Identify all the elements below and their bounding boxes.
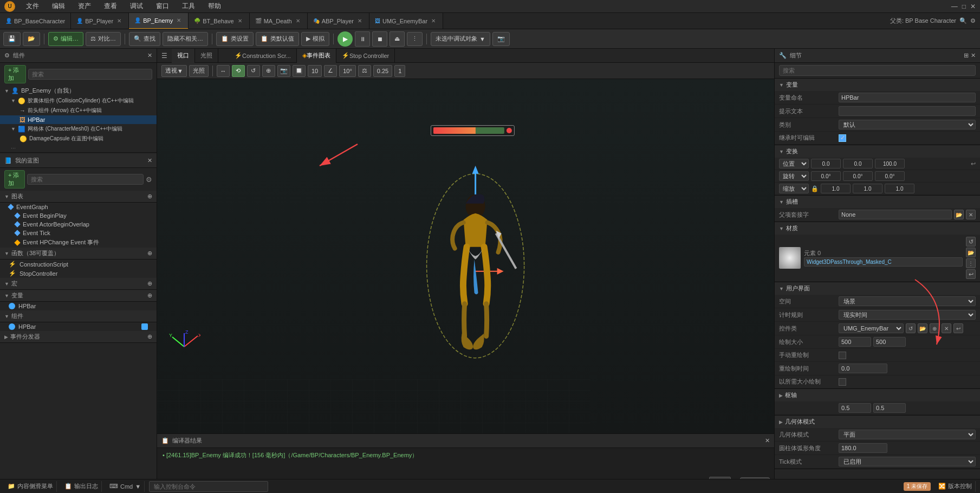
vp-subtab-event-graph[interactable]: ◈ 事件图表 (297, 49, 336, 63)
tab-ma-death[interactable]: 🎬 MA_Death ✕ (250, 13, 308, 29)
details-search-input[interactable] (779, 65, 976, 76)
comp-arrow[interactable]: → 前头组件 (Arrow) 在C++中编辑 (0, 106, 157, 115)
redraw-time-input[interactable] (839, 364, 887, 373)
event-tick[interactable]: Event Tick (0, 229, 157, 237)
blueprint-settings-icon[interactable]: ⚙ (146, 176, 152, 184)
graphs-section[interactable]: ▼ 图表 ⊕ (0, 191, 157, 203)
snap-icon[interactable]: 🔲 (293, 65, 306, 77)
details-grid-icon[interactable]: ⊞ (964, 52, 969, 59)
tab-bt-behave[interactable]: 🌳 BT_Behave ✕ (189, 13, 249, 29)
draw-size-h[interactable] (873, 337, 906, 347)
tab-abp-player[interactable]: 🎭 ABP_Player ✕ (308, 13, 369, 29)
scale-y[interactable] (853, 184, 882, 193)
panel-close-icon[interactable]: ✕ (147, 52, 152, 59)
event-actor-overlap[interactable]: Event ActorBeginOverlap (0, 220, 157, 229)
components-section[interactable]: ▼ 组件 (0, 310, 157, 322)
event-dispatchers-section[interactable]: ▶ 事件分发器 ⊕ (0, 331, 157, 343)
var-name-input[interactable] (839, 93, 976, 102)
content-browser-btn[interactable]: 📁 内容侧滑菜单 (4, 481, 57, 492)
widget-class-clear-icon[interactable]: ✕ (942, 323, 951, 333)
search-icon[interactable]: 🔍 (959, 17, 967, 24)
variables-section[interactable]: ▼ 变量 ⊕ (0, 290, 157, 302)
timing-dropdown[interactable]: 现实时间 (839, 310, 976, 320)
pos-x[interactable] (811, 159, 841, 168)
tab-bp-enemy[interactable]: 👤 BP_Enemy ✕ (129, 13, 189, 29)
sockets-group-header[interactable]: ▼ 插槽 (775, 196, 980, 208)
event-hp-change[interactable]: Event HPChange Event 事件 (0, 237, 157, 248)
menu-debug[interactable]: 调试 (128, 1, 145, 12)
add-blueprint-btn[interactable]: + 添加 (4, 170, 25, 189)
scale-dropdown[interactable]: 缩放 (779, 184, 809, 193)
add-macro-icon[interactable]: ⊕ (147, 280, 152, 287)
event-graph-item[interactable]: EventGraph (0, 203, 157, 211)
angle-btn[interactable]: 10° (339, 65, 356, 77)
tab-close-ma[interactable]: ✕ (294, 17, 302, 25)
ui-group-header[interactable]: ▼ 用户界面 (775, 282, 980, 295)
geometry-mode-dropdown[interactable]: 平面 (839, 430, 976, 439)
rot-x[interactable] (811, 171, 841, 181)
macros-section[interactable]: ▼ 宏 ⊕ (0, 278, 157, 290)
materials-group-header[interactable]: ▼ 材质 (775, 222, 980, 235)
scale-z[interactable] (885, 184, 914, 193)
perspective-btn[interactable]: 透视 ▼ (161, 65, 187, 77)
details-close-icon[interactable]: ✕ (971, 52, 976, 59)
scale-lock-icon[interactable]: 🔒 (811, 185, 819, 192)
menu-edit[interactable]: 编辑 (50, 1, 67, 12)
compiler-close-icon[interactable]: ✕ (765, 437, 770, 444)
scale-btn[interactable]: ⊕ (262, 65, 275, 77)
cylinder-angle-input[interactable] (839, 443, 887, 453)
menu-help[interactable]: 帮助 (206, 1, 223, 12)
settings-icon[interactable]: ⚙ (970, 17, 976, 24)
vp-subtab-stop-controller[interactable]: ⚡ Stop Controller (336, 49, 395, 63)
scale-x[interactable] (821, 184, 851, 193)
vp-subtab-construction[interactable]: ⚡ Construction Scr... (229, 49, 297, 63)
pos-undo-icon[interactable]: ↩ (971, 160, 976, 167)
add-graph-icon[interactable]: ⊕ (147, 193, 152, 200)
category-dropdown[interactable]: 默认 (839, 120, 976, 129)
manual-redraw-checkbox[interactable] (839, 352, 846, 359)
find-btn[interactable]: 🔍 查找 (129, 32, 160, 46)
pivot-group-header[interactable]: ▶ 枢轴 (775, 389, 980, 401)
camera-speed-btn[interactable]: 📷 (277, 65, 290, 77)
simulate-btn[interactable]: ▶ 模拟 (301, 32, 329, 46)
angle-icon[interactable]: ∠ (324, 65, 337, 77)
position-dropdown[interactable]: 位置 (779, 159, 809, 168)
play-pause-btn[interactable]: ⏸ (355, 31, 370, 47)
source-control-btn[interactable]: 🔀 版本控制 (935, 481, 976, 492)
pivot-y[interactable] (873, 403, 906, 413)
class-defaults-btn[interactable]: 📋 类默认值 (256, 32, 299, 46)
add-dispatcher-icon[interactable]: ⊕ (147, 333, 152, 340)
material-extra-icon[interactable]: ⋮ (966, 258, 976, 268)
tab-close-bt[interactable]: ✕ (236, 17, 244, 25)
stop-btn[interactable]: ⏹ (372, 31, 387, 47)
func-stop-controller[interactable]: ⚡ StopController (0, 269, 157, 278)
socket-browse-icon[interactable]: 📂 (954, 210, 964, 219)
rotate-handle-btn[interactable]: ⟲ (232, 65, 245, 77)
compile-btn[interactable]: ⚙ 编辑… (48, 32, 83, 46)
tab-close-bp-player[interactable]: ✕ (115, 17, 123, 25)
menu-view[interactable]: 查看 (102, 1, 119, 12)
variable-hpbar[interactable]: HPBar (0, 302, 157, 310)
editable-checkbox[interactable]: ✓ (839, 134, 846, 142)
hide-unrelated-btn[interactable]: 隐藏不相关… (163, 32, 208, 46)
comp-mesh[interactable]: ▼ 🟦 网格体 (CharacterMesh0) 在C++中编辑 (0, 124, 157, 134)
event-begin-play[interactable]: Event BeginPlay (0, 211, 157, 220)
scale-icon[interactable]: ⚖ (358, 65, 371, 77)
rotation-dropdown[interactable]: 旋转 (779, 171, 809, 181)
output-log-btn[interactable]: 📋 输出日志 (61, 481, 102, 492)
rotate-btn[interactable]: ↺ (247, 65, 260, 77)
browse-btn[interactable]: 📂 (23, 32, 40, 46)
tab-close-bp-enemy[interactable]: ✕ (175, 17, 183, 24)
translate-btn[interactable]: ↔ (217, 65, 230, 77)
tab-bp-base[interactable]: 👤 BP_BaseCharacter (0, 13, 71, 29)
cmd-input[interactable] (149, 481, 268, 492)
add-function-icon[interactable]: ⊕ (147, 250, 152, 257)
comp-hpbar[interactable]: 🖼 HPBar (0, 115, 157, 124)
viewport-scene[interactable]: X Y Z (157, 79, 774, 433)
draw-size-w[interactable] (839, 337, 871, 347)
cmd-btn[interactable]: ⌨ Cmd ▼ (106, 481, 145, 492)
tab-close-umg[interactable]: ✕ (430, 17, 437, 25)
pos-z[interactable] (875, 159, 905, 168)
widget-class-undo-icon[interactable]: ↩ (953, 323, 963, 333)
space-dropdown[interactable]: 场景 (839, 296, 976, 306)
